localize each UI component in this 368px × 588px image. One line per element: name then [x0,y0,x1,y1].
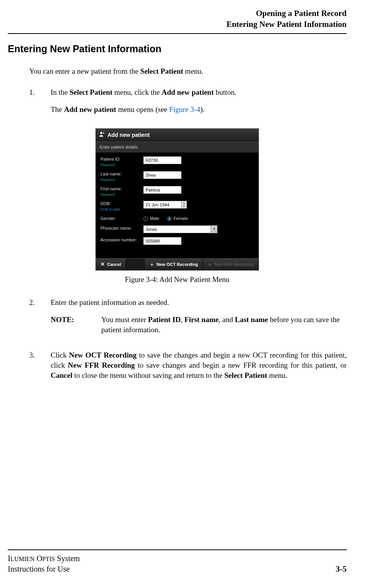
step-2-number: 2. [29,298,51,343]
close-icon: ✕ [100,261,105,268]
note-block: NOTE: You must enter Patient ID, First n… [51,315,347,335]
patient-id-label: Patient ID: Required [100,156,143,167]
footer-rule [8,549,347,550]
first-name-input[interactable] [143,186,181,194]
note-body: You must enter Patient ID, First name, a… [101,315,347,335]
dialog-titlebar: Add new patient [96,129,259,142]
new-oct-recording-button[interactable]: ＋ New OCT Recording [145,259,203,270]
header-line-1: Opening a Patient Record [8,8,347,19]
plus-icon: ＋ [208,261,212,267]
page-header: Opening a Patient Record Entering New Pa… [8,8,347,30]
footer-left: ILUMIEN OPTIS System Instructions for Us… [8,553,80,574]
step-2-text: Enter the patient information as needed. [51,298,347,308]
page-footer: ILUMIEN OPTIS System Instructions for Us… [8,549,347,574]
step-1-line-1: In the Select Patient menu, click the Ad… [51,87,347,97]
physician-label: Physician name: [100,225,143,231]
add-person-icon [99,131,105,139]
header-line-2: Entering New Patient Information [8,19,347,30]
intro-paragraph: You can enter a new patient from the Sel… [29,66,347,76]
radio-icon [167,216,172,221]
figure-3-4: Add new patient Enter patient details. P… [8,128,347,284]
cancel-button[interactable]: ✕ Cancel [96,259,126,270]
add-new-patient-dialog: Add new patient Enter patient details. P… [95,128,259,270]
dob-label: DOB: DOB is valid [100,201,143,212]
dialog-footer: ✕ Cancel ＋ New OCT Recording ＋ New FFR R… [96,258,259,270]
step-1-line-2: The Add new patient menu opens (see Figu… [51,104,347,115]
dialog-subtitle: Enter patient details. [96,142,259,153]
step-3-number: 3. [29,350,51,387]
svg-point-0 [100,132,102,134]
dialog-form: Patient ID: Required Last name: Required… [96,152,259,258]
step-3: 3. Click New OCT Recording to save the c… [29,350,347,387]
dob-input[interactable] [143,201,181,209]
accession-label: Accession number: [100,237,143,243]
plus-icon: ＋ [150,261,154,267]
step-2: 2. Enter the patient information as need… [29,298,347,343]
header-rule [8,33,347,34]
last-name-label: Last name: Required [100,171,143,182]
accession-input[interactable] [143,237,181,245]
new-ffr-recording-button[interactable]: ＋ New FFR Recording [203,259,259,270]
dob-spinner[interactable]: ▲▼ [181,201,187,209]
gender-label: Gender: [100,216,143,221]
section-title: Entering New Patient Information [8,43,347,56]
radio-icon [143,216,148,221]
first-name-label: First name: Required [100,186,143,197]
last-name-input[interactable] [143,171,181,179]
step-1: 1. In the Select Patient menu, click the… [29,87,347,121]
gender-female-radio[interactable]: Female [167,216,188,221]
note-label: NOTE: [51,315,101,335]
page-number: 3-5 [336,563,347,574]
figure-caption: Figure 3-4: Add New Patient Menu [8,275,347,285]
chevron-down-icon[interactable]: ▼ [211,225,217,233]
dialog-title: Add new patient [107,131,150,139]
step-1-number: 1. [29,87,51,121]
gender-male-radio[interactable]: Male [143,216,159,221]
step-3-text: Click New OCT Recording to save the chan… [51,350,347,380]
physician-select[interactable] [143,225,217,233]
figure-link[interactable]: Figure 3-4 [169,105,201,113]
patient-id-input[interactable] [143,156,181,164]
